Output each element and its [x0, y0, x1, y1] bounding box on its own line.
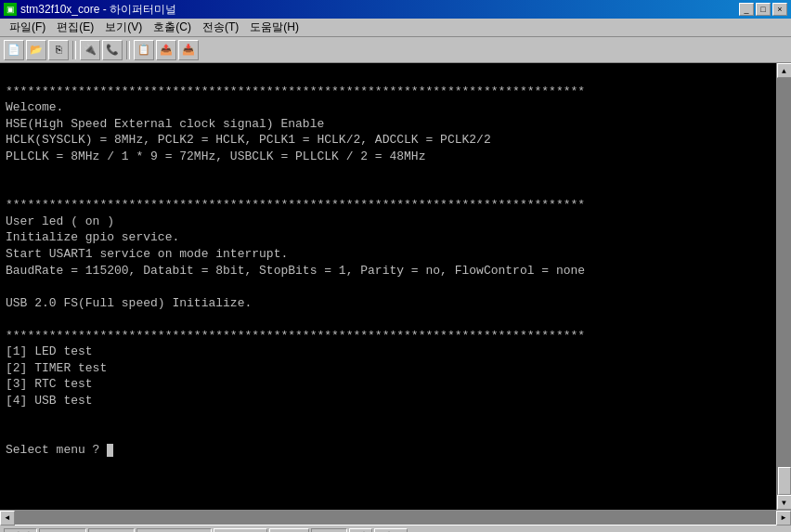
paste-button[interactable]: 📋 [134, 40, 154, 60]
call-button[interactable]: 📞 [102, 40, 123, 60]
cap-label: 캡 [349, 528, 372, 533]
memo-label: 메모 [374, 528, 408, 533]
menu-help[interactable]: 도움말(H) [244, 18, 305, 37]
scroll-status: SCROLL [214, 528, 267, 533]
toolbar: 📄 📂 ⎘ 🔌 📞 📋 📤 📥 [0, 37, 791, 63]
scroll-down-button[interactable]: ▼ [777, 495, 792, 510]
num-status: NUM [311, 528, 347, 533]
status-bar: 연결 0:05:12 ANSIW 115200 8-N-1 SCROLL CAp… [0, 525, 791, 532]
scrollbar[interactable]: ▲ ▼ [776, 63, 791, 510]
terminal-content: ****************************************… [6, 84, 585, 457]
open-button[interactable]: 📂 [26, 40, 46, 60]
menu-bar: 파일(F) 편집(E) 보기(V) 호출(C) 전송(T) 도움말(H) [0, 19, 791, 37]
terminal[interactable]: ****************************************… [0, 63, 776, 510]
minimize-button[interactable]: _ [739, 3, 754, 16]
send-button[interactable]: 📤 [156, 40, 176, 60]
scroll-thumb[interactable] [778, 467, 791, 495]
menu-transfer[interactable]: 전송(T) [197, 18, 244, 37]
receive-button[interactable]: 📥 [178, 40, 199, 60]
menu-view[interactable]: 보기(V) [99, 18, 148, 37]
scroll-up-button[interactable]: ▲ [777, 63, 792, 78]
encoding-status: ANSIW [88, 528, 135, 533]
menu-call[interactable]: 호출(C) [148, 18, 197, 37]
title-bar: ▣ stm32f10x_core - 하이퍼터미널 _ □ × [0, 0, 791, 19]
copy-button[interactable]: ⎘ [48, 40, 69, 60]
main-area: ****************************************… [0, 63, 791, 510]
horizontal-scrollbar[interactable]: ◄ ► [0, 510, 791, 525]
title-bar-buttons[interactable]: _ □ × [739, 3, 787, 16]
time-status: 0:05:12 [39, 528, 86, 533]
hscroll-left-button[interactable]: ◄ [0, 511, 15, 526]
cursor [107, 444, 113, 457]
title-text: stm32f10x_core - 하이퍼터미널 [20, 2, 176, 18]
close-button[interactable]: × [772, 3, 787, 16]
connect-button[interactable]: 🔌 [80, 40, 100, 60]
app-icon: ▣ [4, 3, 17, 16]
toolbar-sep2 [126, 41, 130, 59]
new-button[interactable]: 📄 [4, 40, 24, 60]
hscroll-right-button[interactable]: ► [776, 511, 791, 526]
menu-edit[interactable]: 편집(E) [51, 18, 99, 37]
connection-status: 연결 [4, 528, 37, 533]
caps-status: CApS [269, 528, 309, 533]
maximize-button[interactable]: □ [756, 3, 771, 16]
toolbar-sep1 [72, 41, 76, 59]
title-bar-left: ▣ stm32f10x_core - 하이퍼터미널 [4, 2, 176, 18]
menu-file[interactable]: 파일(F) [4, 18, 51, 37]
scroll-track[interactable] [777, 78, 791, 495]
baud-status: 115200 8-N-1 [136, 528, 212, 533]
hscroll-track[interactable] [15, 511, 776, 525]
